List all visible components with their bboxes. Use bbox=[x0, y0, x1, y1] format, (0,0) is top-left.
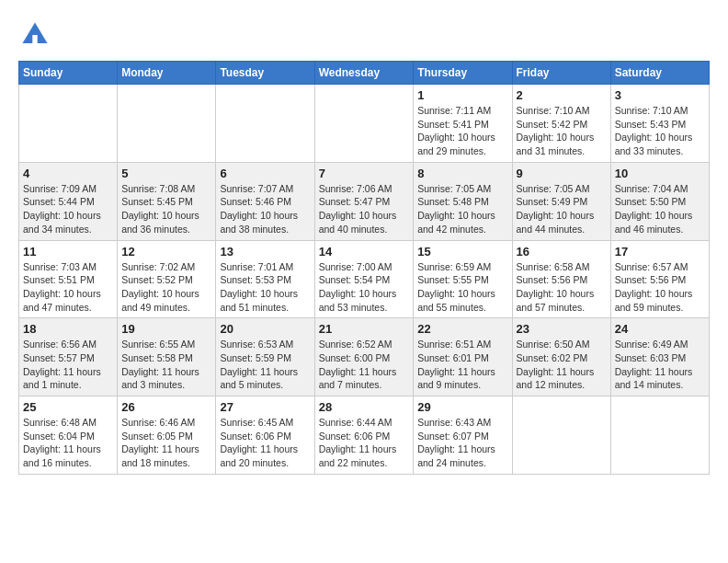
day-info: Sunrise: 7:05 AMSunset: 5:48 PMDaylight:… bbox=[417, 182, 507, 236]
day-number: 27 bbox=[220, 400, 310, 414]
calendar-cell: 2Sunrise: 7:10 AMSunset: 5:42 PMDaylight… bbox=[512, 85, 610, 163]
calendar-cell: 29Sunrise: 6:43 AMSunset: 6:07 PMDayligh… bbox=[414, 396, 512, 475]
day-number: 23 bbox=[517, 322, 607, 336]
calendar-cell: 27Sunrise: 6:45 AMSunset: 6:06 PMDayligh… bbox=[216, 396, 314, 475]
calendar-cell: 26Sunrise: 6:46 AMSunset: 6:05 PMDayligh… bbox=[118, 396, 216, 475]
calendar-week-1: 1Sunrise: 7:11 AMSunset: 5:41 PMDaylight… bbox=[19, 85, 710, 163]
day-number: 9 bbox=[517, 167, 607, 180]
day-number: 5 bbox=[121, 167, 211, 180]
day-info: Sunrise: 7:10 AMSunset: 5:43 PMDaylight:… bbox=[615, 104, 705, 158]
calendar-cell: 25Sunrise: 6:48 AMSunset: 6:04 PMDayligh… bbox=[19, 396, 118, 475]
day-number: 7 bbox=[319, 167, 410, 180]
day-number: 18 bbox=[23, 322, 113, 336]
calendar-cell: 8Sunrise: 7:05 AMSunset: 5:48 PMDaylight… bbox=[414, 162, 512, 240]
calendar-cell: 21Sunrise: 6:52 AMSunset: 6:00 PMDayligh… bbox=[314, 318, 414, 396]
calendar-header: SundayMondayTuesdayWednesdayThursdayFrid… bbox=[19, 62, 710, 85]
day-info: Sunrise: 7:06 AMSunset: 5:47 PMDaylight:… bbox=[319, 182, 410, 236]
calendar-cell: 14Sunrise: 7:00 AMSunset: 5:54 PMDayligh… bbox=[314, 240, 414, 318]
calendar-cell: 23Sunrise: 6:50 AMSunset: 6:02 PMDayligh… bbox=[512, 318, 610, 396]
day-number: 26 bbox=[121, 400, 211, 414]
calendar-week-5: 25Sunrise: 6:48 AMSunset: 6:04 PMDayligh… bbox=[19, 396, 710, 475]
calendar-cell: 15Sunrise: 6:59 AMSunset: 5:55 PMDayligh… bbox=[414, 240, 512, 318]
day-info: Sunrise: 7:05 AMSunset: 5:49 PMDaylight:… bbox=[517, 182, 607, 236]
day-info: Sunrise: 6:46 AMSunset: 6:05 PMDaylight:… bbox=[121, 416, 211, 470]
day-header-saturday: Saturday bbox=[610, 62, 709, 85]
day-number: 24 bbox=[615, 322, 705, 336]
calendar-cell bbox=[610, 396, 709, 475]
svg-rect-1 bbox=[32, 35, 37, 43]
calendar-cell: 18Sunrise: 6:56 AMSunset: 5:57 PMDayligh… bbox=[19, 318, 118, 396]
day-info: Sunrise: 6:52 AMSunset: 6:00 PMDaylight:… bbox=[319, 338, 410, 392]
day-info: Sunrise: 6:56 AMSunset: 5:57 PMDaylight:… bbox=[23, 338, 113, 392]
day-number: 15 bbox=[417, 245, 507, 259]
day-info: Sunrise: 6:53 AMSunset: 5:59 PMDaylight:… bbox=[220, 338, 310, 392]
day-number: 16 bbox=[517, 245, 607, 259]
day-info: Sunrise: 6:59 AMSunset: 5:55 PMDaylight:… bbox=[417, 260, 507, 315]
calendar-table: SundayMondayTuesdayWednesdayThursdayFrid… bbox=[18, 61, 710, 475]
day-number: 17 bbox=[615, 245, 705, 259]
day-number: 19 bbox=[121, 322, 211, 336]
calendar-cell: 3Sunrise: 7:10 AMSunset: 5:43 PMDaylight… bbox=[610, 85, 709, 163]
day-info: Sunrise: 6:48 AMSunset: 6:04 PMDaylight:… bbox=[23, 416, 113, 470]
calendar-cell: 5Sunrise: 7:08 AMSunset: 5:45 PMDaylight… bbox=[118, 162, 216, 240]
day-info: Sunrise: 7:04 AMSunset: 5:50 PMDaylight:… bbox=[615, 182, 705, 236]
day-number: 12 bbox=[121, 245, 211, 259]
calendar-cell: 19Sunrise: 6:55 AMSunset: 5:58 PMDayligh… bbox=[118, 318, 216, 396]
calendar-cell: 1Sunrise: 7:11 AMSunset: 5:41 PMDaylight… bbox=[414, 85, 512, 163]
calendar-week-4: 18Sunrise: 6:56 AMSunset: 5:57 PMDayligh… bbox=[19, 318, 710, 396]
calendar-cell: 13Sunrise: 7:01 AMSunset: 5:53 PMDayligh… bbox=[216, 240, 314, 318]
calendar-cell: 10Sunrise: 7:04 AMSunset: 5:50 PMDayligh… bbox=[610, 162, 709, 240]
calendar-cell: 28Sunrise: 6:44 AMSunset: 6:06 PMDayligh… bbox=[314, 396, 414, 475]
day-info: Sunrise: 7:00 AMSunset: 5:54 PMDaylight:… bbox=[319, 260, 410, 315]
day-header-wednesday: Wednesday bbox=[314, 62, 414, 85]
day-header-tuesday: Tuesday bbox=[216, 62, 314, 85]
day-header-friday: Friday bbox=[512, 62, 610, 85]
day-number: 8 bbox=[417, 167, 507, 180]
day-info: Sunrise: 6:51 AMSunset: 6:01 PMDaylight:… bbox=[417, 338, 507, 392]
calendar-week-3: 11Sunrise: 7:03 AMSunset: 5:51 PMDayligh… bbox=[19, 240, 710, 318]
calendar-cell: 9Sunrise: 7:05 AMSunset: 5:49 PMDaylight… bbox=[512, 162, 610, 240]
day-number: 20 bbox=[220, 322, 310, 336]
day-header-thursday: Thursday bbox=[414, 62, 512, 85]
day-number: 1 bbox=[417, 88, 507, 102]
day-number: 21 bbox=[319, 322, 410, 336]
day-info: Sunrise: 7:03 AMSunset: 5:51 PMDaylight:… bbox=[23, 260, 113, 315]
day-number: 10 bbox=[615, 167, 705, 180]
page-header bbox=[18, 18, 710, 52]
logo-icon bbox=[18, 18, 51, 52]
calendar-cell: 6Sunrise: 7:07 AMSunset: 5:46 PMDaylight… bbox=[216, 162, 314, 240]
calendar-cell: 20Sunrise: 6:53 AMSunset: 5:59 PMDayligh… bbox=[216, 318, 314, 396]
day-info: Sunrise: 6:49 AMSunset: 6:03 PMDaylight:… bbox=[615, 338, 705, 392]
calendar-cell: 22Sunrise: 6:51 AMSunset: 6:01 PMDayligh… bbox=[414, 318, 512, 396]
day-header-sunday: Sunday bbox=[19, 62, 118, 85]
day-info: Sunrise: 7:09 AMSunset: 5:44 PMDaylight:… bbox=[23, 182, 113, 236]
day-number: 13 bbox=[220, 245, 310, 259]
day-info: Sunrise: 6:45 AMSunset: 6:06 PMDaylight:… bbox=[220, 416, 310, 470]
day-number: 28 bbox=[319, 400, 410, 414]
calendar-week-2: 4Sunrise: 7:09 AMSunset: 5:44 PMDaylight… bbox=[19, 162, 710, 240]
day-number: 22 bbox=[417, 322, 507, 336]
day-info: Sunrise: 6:50 AMSunset: 6:02 PMDaylight:… bbox=[517, 338, 607, 392]
day-number: 11 bbox=[23, 245, 113, 259]
calendar-cell: 17Sunrise: 6:57 AMSunset: 5:56 PMDayligh… bbox=[610, 240, 709, 318]
day-number: 6 bbox=[220, 167, 310, 180]
day-info: Sunrise: 7:07 AMSunset: 5:46 PMDaylight:… bbox=[220, 182, 310, 236]
day-number: 25 bbox=[23, 400, 113, 414]
day-info: Sunrise: 7:08 AMSunset: 5:45 PMDaylight:… bbox=[121, 182, 211, 236]
day-header-monday: Monday bbox=[118, 62, 216, 85]
calendar-cell: 16Sunrise: 6:58 AMSunset: 5:56 PMDayligh… bbox=[512, 240, 610, 318]
day-number: 4 bbox=[23, 167, 113, 180]
calendar-cell: 12Sunrise: 7:02 AMSunset: 5:52 PMDayligh… bbox=[118, 240, 216, 318]
day-info: Sunrise: 6:44 AMSunset: 6:06 PMDaylight:… bbox=[319, 416, 410, 470]
calendar-cell bbox=[118, 85, 216, 163]
day-number: 29 bbox=[417, 400, 507, 414]
calendar-cell: 4Sunrise: 7:09 AMSunset: 5:44 PMDaylight… bbox=[19, 162, 118, 240]
day-info: Sunrise: 6:57 AMSunset: 5:56 PMDaylight:… bbox=[615, 260, 705, 315]
day-info: Sunrise: 7:01 AMSunset: 5:53 PMDaylight:… bbox=[220, 260, 310, 315]
day-info: Sunrise: 6:58 AMSunset: 5:56 PMDaylight:… bbox=[517, 260, 607, 315]
day-info: Sunrise: 7:02 AMSunset: 5:52 PMDaylight:… bbox=[121, 260, 211, 315]
day-number: 3 bbox=[615, 88, 705, 102]
day-info: Sunrise: 7:10 AMSunset: 5:42 PMDaylight:… bbox=[517, 104, 607, 158]
day-info: Sunrise: 7:11 AMSunset: 5:41 PMDaylight:… bbox=[417, 104, 507, 158]
calendar-cell bbox=[512, 396, 610, 475]
